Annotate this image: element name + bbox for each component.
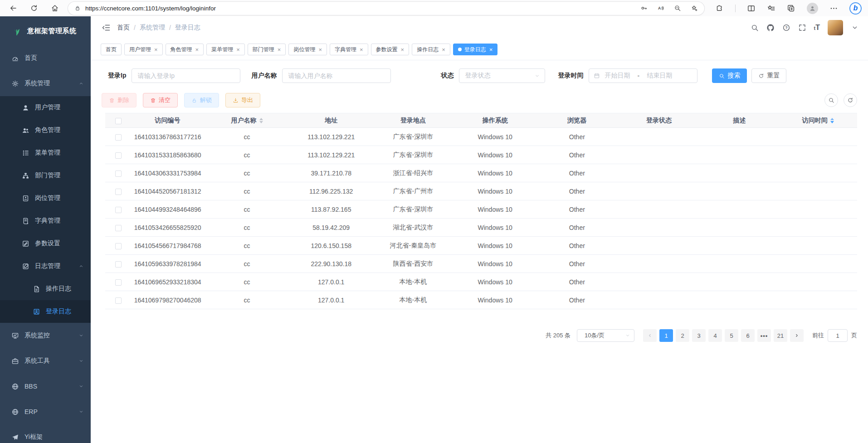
tab-8[interactable]: 操作日志× xyxy=(412,44,450,55)
close-icon[interactable]: × xyxy=(318,47,322,53)
date-range-picker[interactable]: 开始日期 - 结束日期 xyxy=(589,68,697,83)
copilot-icon[interactable]: b xyxy=(849,2,862,15)
fullscreen-icon[interactable] xyxy=(798,24,806,32)
start-date-placeholder[interactable]: 开始日期 xyxy=(605,72,630,80)
sort-carets-icon[interactable] xyxy=(259,118,263,123)
pager-page-5[interactable]: 5 xyxy=(725,329,738,342)
sidebar-item-log-mgmt[interactable]: 日志管理 xyxy=(0,255,91,277)
browser-profile-avatar[interactable] xyxy=(807,3,818,14)
sidebar-item-sys-tools[interactable]: 系统工具 xyxy=(0,348,91,374)
extensions-icon[interactable] xyxy=(715,4,724,13)
close-icon[interactable]: × xyxy=(489,47,493,53)
app-logo[interactable]: 意框架管理系统 xyxy=(0,16,91,45)
login-ip-input[interactable] xyxy=(132,68,240,83)
collections-icon[interactable] xyxy=(787,4,795,13)
row-checkbox[interactable] xyxy=(115,261,122,268)
select-all-checkbox[interactable] xyxy=(115,118,122,124)
sidebar-item-bbs[interactable]: BBS xyxy=(0,374,91,399)
close-icon[interactable]: × xyxy=(442,47,445,53)
user-avatar[interactable] xyxy=(828,20,843,35)
tab-4[interactable]: 部门管理× xyxy=(248,44,286,55)
home-icon[interactable] xyxy=(51,4,59,12)
row-checkbox[interactable] xyxy=(115,170,122,177)
tab-2[interactable]: 角色管理× xyxy=(166,44,204,55)
tab-3[interactable]: 菜单管理× xyxy=(206,44,245,55)
row-checkbox[interactable] xyxy=(115,152,122,159)
breadcrumb-item-home[interactable]: 首页 xyxy=(117,24,130,32)
goto-page-input[interactable] xyxy=(828,329,848,342)
split-screen-icon[interactable] xyxy=(747,4,756,13)
favorites-icon[interactable] xyxy=(767,4,775,13)
pager-prev[interactable] xyxy=(643,329,657,342)
delete-button[interactable]: 删除 xyxy=(102,93,137,107)
table-search-toggle-button[interactable] xyxy=(824,93,838,107)
pager-page-1[interactable]: 1 xyxy=(659,329,673,342)
github-icon[interactable] xyxy=(766,24,775,32)
close-icon[interactable]: × xyxy=(195,47,199,53)
password-key-icon[interactable] xyxy=(640,5,648,12)
help-icon[interactable] xyxy=(782,24,790,32)
sidebar-fold-icon[interactable] xyxy=(102,23,111,32)
breadcrumb-item-system[interactable]: 系统管理 xyxy=(140,24,165,32)
pager-page-3[interactable]: 3 xyxy=(692,329,706,342)
add-favorite-icon[interactable] xyxy=(691,5,698,12)
back-icon[interactable] xyxy=(9,4,17,12)
row-checkbox[interactable] xyxy=(115,134,122,141)
close-icon[interactable]: × xyxy=(401,47,405,53)
row-checkbox[interactable] xyxy=(115,225,122,231)
table-refresh-button[interactable] xyxy=(844,93,857,107)
row-checkbox[interactable] xyxy=(115,189,122,195)
sidebar-item-system-mgmt[interactable]: 系统管理 xyxy=(0,71,91,96)
pager-next[interactable] xyxy=(790,329,804,342)
close-icon[interactable]: × xyxy=(236,47,240,53)
tab-6[interactable]: 字典管理× xyxy=(330,44,368,55)
page-size-select[interactable]: 10条/页 xyxy=(577,329,634,342)
reset-button[interactable]: 重置 xyxy=(751,68,786,83)
sidebar-item-yi-framework[interactable]: Yi框架 xyxy=(0,424,91,443)
reload-icon[interactable] xyxy=(30,4,38,12)
tab-5[interactable]: 岗位管理× xyxy=(288,44,327,55)
tab-1[interactable]: 用户管理× xyxy=(124,44,163,55)
row-checkbox[interactable] xyxy=(115,297,122,304)
address-bar[interactable]: https://ccnetcore.com:1101/system/log/lo… xyxy=(68,2,704,15)
sidebar-item-menu-mgmt[interactable]: 菜单管理 xyxy=(0,141,91,164)
row-checkbox[interactable] xyxy=(115,279,122,286)
row-checkbox[interactable] xyxy=(115,207,122,213)
zoom-out-icon[interactable] xyxy=(674,5,681,12)
browser-menu-icon[interactable] xyxy=(829,4,838,13)
sidebar-item-sys-monitor[interactable]: 系统监控 xyxy=(0,323,91,348)
close-icon[interactable]: × xyxy=(360,47,363,53)
read-aloud-icon[interactable] xyxy=(657,5,664,12)
pager-page-4[interactable]: 4 xyxy=(708,329,722,342)
pager-page-21[interactable]: 21 xyxy=(774,329,787,342)
column-header-visit-time[interactable]: 访问时间 xyxy=(779,113,858,128)
tab-9[interactable]: 登录日志× xyxy=(453,44,498,55)
sidebar-item-home[interactable]: 首页 xyxy=(0,45,91,71)
unlock-button[interactable]: 解锁 xyxy=(184,93,219,107)
sort-carets-icon[interactable] xyxy=(830,118,834,123)
search-button[interactable]: 搜索 xyxy=(712,68,747,83)
close-icon[interactable]: × xyxy=(154,47,158,53)
sidebar-item-role-mgmt[interactable]: 角色管理 xyxy=(0,119,91,141)
pager-more[interactable]: ••• xyxy=(757,329,771,342)
sidebar-item-operation-log[interactable]: 操作日志 xyxy=(0,277,91,300)
chevron-down-icon[interactable] xyxy=(851,24,859,32)
sidebar-item-param-settings[interactable]: 参数设置 xyxy=(0,232,91,255)
pager-page-2[interactable]: 2 xyxy=(676,329,689,342)
close-icon[interactable]: × xyxy=(278,47,281,53)
row-checkbox[interactable] xyxy=(115,243,122,249)
status-select[interactable]: 登录状态 xyxy=(459,68,545,83)
user-name-input[interactable] xyxy=(282,68,391,83)
export-button[interactable]: 导出 xyxy=(225,93,260,107)
url-text[interactable]: https://ccnetcore.com:1101/system/log/lo… xyxy=(85,5,640,12)
sidebar-item-dict-mgmt[interactable]: 字典管理 xyxy=(0,209,91,232)
sidebar-item-erp[interactable]: ERP xyxy=(0,399,91,424)
search-icon[interactable] xyxy=(751,24,759,32)
sidebar-item-post-mgmt[interactable]: 岗位管理 xyxy=(0,187,91,209)
end-date-placeholder[interactable]: 结束日期 xyxy=(647,72,672,80)
pager-page-6[interactable]: 6 xyxy=(741,329,755,342)
column-header-user-name[interactable]: 用户名称 xyxy=(204,113,290,128)
clear-button[interactable]: 清空 xyxy=(143,93,178,107)
font-size-icon[interactable]: tT xyxy=(814,24,820,31)
tab-0[interactable]: 首页 xyxy=(101,44,122,55)
